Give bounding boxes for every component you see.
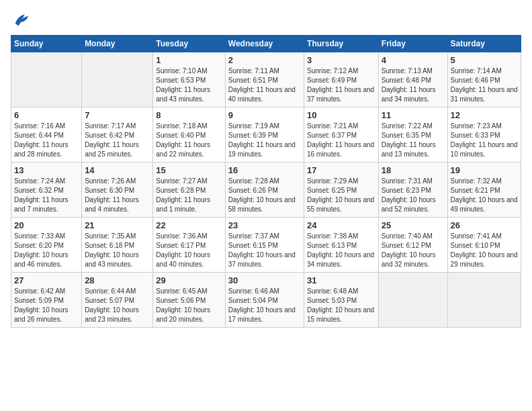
day-cell: 25Sunrise: 7:40 AMSunset: 6:12 PMDayligh… (378, 218, 447, 273)
day-cell: 28Sunrise: 6:44 AMSunset: 5:07 PMDayligh… (82, 273, 153, 328)
day-number: 20 (14, 220, 79, 230)
logo-bird-icon (12, 11, 31, 30)
day-cell: 17Sunrise: 7:29 AMSunset: 6:25 PMDayligh… (304, 163, 379, 218)
day-info: Sunrise: 7:18 AMSunset: 6:40 PMDaylight:… (156, 122, 222, 159)
day-cell: 12Sunrise: 7:23 AMSunset: 6:33 PMDayligh… (447, 107, 521, 163)
day-cell: 23Sunrise: 7:37 AMSunset: 6:15 PMDayligh… (225, 218, 304, 273)
day-info: Sunrise: 7:11 AMSunset: 6:51 PMDaylight:… (228, 66, 301, 104)
day-number: 23 (228, 220, 301, 230)
day-cell: 18Sunrise: 7:31 AMSunset: 6:23 PMDayligh… (378, 163, 447, 218)
day-number: 24 (307, 220, 375, 230)
day-number: 13 (14, 165, 79, 175)
day-number: 11 (382, 110, 445, 120)
day-cell: 16Sunrise: 7:28 AMSunset: 6:26 PMDayligh… (225, 163, 304, 218)
day-number: 25 (382, 220, 445, 230)
day-number: 28 (85, 275, 150, 285)
day-number: 16 (228, 165, 301, 175)
day-cell (378, 273, 447, 328)
week-row-0: 1Sunrise: 7:10 AMSunset: 6:53 PMDaylight… (11, 52, 521, 107)
day-number: 6 (14, 110, 79, 120)
day-cell: 22Sunrise: 7:36 AMSunset: 6:17 PMDayligh… (153, 218, 225, 273)
day-info: Sunrise: 7:13 AMSunset: 6:48 PMDaylight:… (382, 66, 445, 104)
day-info: Sunrise: 7:14 AMSunset: 6:46 PMDaylight:… (451, 66, 518, 104)
day-number: 8 (156, 110, 222, 120)
day-info: Sunrise: 7:38 AMSunset: 6:13 PMDaylight:… (307, 232, 375, 269)
day-cell: 21Sunrise: 7:35 AMSunset: 6:18 PMDayligh… (82, 218, 153, 273)
day-number: 27 (14, 275, 79, 285)
header-row: SundayMondayTuesdayWednesdayThursdayFrid… (11, 36, 521, 52)
day-cell: 27Sunrise: 6:42 AMSunset: 5:09 PMDayligh… (11, 273, 82, 328)
day-cell: 1Sunrise: 7:10 AMSunset: 6:53 PMDaylight… (153, 52, 225, 107)
day-number: 26 (451, 220, 518, 230)
day-number: 1 (156, 55, 222, 65)
day-info: Sunrise: 7:33 AMSunset: 6:20 PMDaylight:… (14, 232, 79, 269)
day-info: Sunrise: 7:10 AMSunset: 6:53 PMDaylight:… (156, 66, 222, 104)
day-info: Sunrise: 7:35 AMSunset: 6:18 PMDaylight:… (85, 232, 150, 269)
day-info: Sunrise: 7:26 AMSunset: 6:30 PMDaylight:… (85, 177, 150, 214)
day-number: 14 (85, 165, 150, 175)
day-cell (11, 52, 82, 107)
day-cell: 11Sunrise: 7:22 AMSunset: 6:35 PMDayligh… (378, 107, 447, 163)
day-info: Sunrise: 7:29 AMSunset: 6:25 PMDaylight:… (307, 177, 375, 214)
day-number: 31 (307, 275, 375, 285)
day-number: 9 (228, 110, 301, 120)
day-cell (82, 52, 153, 107)
day-number: 17 (307, 165, 375, 175)
day-cell: 15Sunrise: 7:27 AMSunset: 6:28 PMDayligh… (153, 163, 225, 218)
header-sunday: Sunday (11, 36, 82, 52)
day-number: 21 (85, 220, 150, 230)
day-cell: 9Sunrise: 7:19 AMSunset: 6:39 PMDaylight… (225, 107, 304, 163)
day-cell (447, 273, 521, 328)
day-cell: 19Sunrise: 7:32 AMSunset: 6:21 PMDayligh… (447, 163, 521, 218)
day-info: Sunrise: 7:40 AMSunset: 6:12 PMDaylight:… (382, 232, 445, 269)
day-info: Sunrise: 6:46 AMSunset: 5:04 PMDaylight:… (228, 287, 301, 324)
day-info: Sunrise: 6:48 AMSunset: 5:03 PMDaylight:… (307, 287, 375, 324)
day-info: Sunrise: 7:12 AMSunset: 6:49 PMDaylight:… (307, 66, 375, 104)
day-cell: 3Sunrise: 7:12 AMSunset: 6:49 PMDaylight… (304, 52, 379, 107)
day-cell: 8Sunrise: 7:18 AMSunset: 6:40 PMDaylight… (153, 107, 225, 163)
week-row-1: 6Sunrise: 7:16 AMSunset: 6:44 PMDaylight… (11, 107, 521, 163)
day-number: 29 (156, 275, 222, 285)
logo (11, 11, 31, 30)
calendar-body: 1Sunrise: 7:10 AMSunset: 6:53 PMDaylight… (11, 52, 521, 328)
day-number: 2 (228, 55, 301, 65)
calendar-table: SundayMondayTuesdayWednesdayThursdayFrid… (11, 35, 521, 328)
day-info: Sunrise: 7:24 AMSunset: 6:32 PMDaylight:… (14, 177, 79, 214)
day-info: Sunrise: 7:19 AMSunset: 6:39 PMDaylight:… (228, 122, 301, 159)
day-info: Sunrise: 7:37 AMSunset: 6:15 PMDaylight:… (228, 232, 301, 269)
day-number: 19 (451, 165, 518, 175)
day-info: Sunrise: 6:42 AMSunset: 5:09 PMDaylight:… (14, 287, 79, 324)
header-friday: Friday (378, 36, 447, 52)
day-cell: 6Sunrise: 7:16 AMSunset: 6:44 PMDaylight… (11, 107, 82, 163)
page-header (11, 11, 521, 30)
day-info: Sunrise: 7:23 AMSunset: 6:33 PMDaylight:… (451, 122, 518, 159)
day-number: 4 (382, 55, 445, 65)
day-cell: 26Sunrise: 7:41 AMSunset: 6:10 PMDayligh… (447, 218, 521, 273)
day-cell: 5Sunrise: 7:14 AMSunset: 6:46 PMDaylight… (447, 52, 521, 107)
header-thursday: Thursday (304, 36, 379, 52)
header-tuesday: Tuesday (153, 36, 225, 52)
day-cell: 30Sunrise: 6:46 AMSunset: 5:04 PMDayligh… (225, 273, 304, 328)
day-info: Sunrise: 7:17 AMSunset: 6:42 PMDaylight:… (85, 122, 150, 159)
day-number: 10 (307, 110, 375, 120)
day-info: Sunrise: 7:36 AMSunset: 6:17 PMDaylight:… (156, 232, 222, 269)
day-cell: 29Sunrise: 6:45 AMSunset: 5:06 PMDayligh… (153, 273, 225, 328)
header-monday: Monday (82, 36, 153, 52)
day-number: 22 (156, 220, 222, 230)
day-info: Sunrise: 7:21 AMSunset: 6:37 PMDaylight:… (307, 122, 375, 159)
header-saturday: Saturday (447, 36, 521, 52)
day-cell: 14Sunrise: 7:26 AMSunset: 6:30 PMDayligh… (82, 163, 153, 218)
day-number: 12 (451, 110, 518, 120)
header-wednesday: Wednesday (225, 36, 304, 52)
day-number: 3 (307, 55, 375, 65)
day-number: 15 (156, 165, 222, 175)
day-cell: 13Sunrise: 7:24 AMSunset: 6:32 PMDayligh… (11, 163, 82, 218)
day-info: Sunrise: 7:27 AMSunset: 6:28 PMDaylight:… (156, 177, 222, 214)
day-info: Sunrise: 6:44 AMSunset: 5:07 PMDaylight:… (85, 287, 150, 324)
day-info: Sunrise: 6:45 AMSunset: 5:06 PMDaylight:… (156, 287, 222, 324)
week-row-3: 20Sunrise: 7:33 AMSunset: 6:20 PMDayligh… (11, 218, 521, 273)
week-row-2: 13Sunrise: 7:24 AMSunset: 6:32 PMDayligh… (11, 163, 521, 218)
day-cell: 10Sunrise: 7:21 AMSunset: 6:37 PMDayligh… (304, 107, 379, 163)
day-number: 18 (382, 165, 445, 175)
day-info: Sunrise: 7:28 AMSunset: 6:26 PMDaylight:… (228, 177, 301, 214)
